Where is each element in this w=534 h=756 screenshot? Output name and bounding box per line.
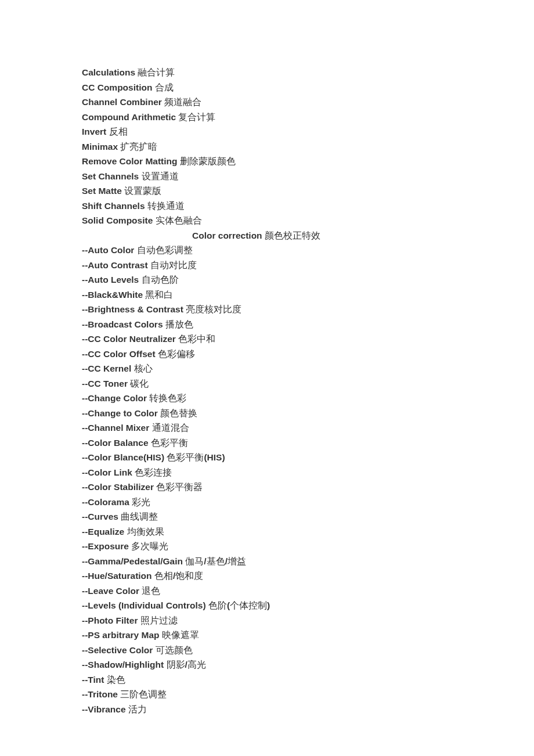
effect-name-en: Minimax	[82, 142, 118, 152]
effect-item: --CC Color Offset 色彩偏移	[82, 347, 465, 362]
separator: )	[267, 600, 270, 610]
effect-name-en: --CC Kernel	[82, 363, 131, 373]
effect-name-zh: 彩光	[132, 497, 150, 507]
effect-name-zh: 合成	[155, 82, 174, 92]
effect-item: --Selective Color 可选颜色	[82, 643, 465, 658]
effect-item: --Broadcast Colors 播放色	[82, 317, 465, 332]
effect-item: --Auto Color 自动色彩调整	[82, 243, 465, 258]
effect-name-en: --PS arbitrary Map	[82, 630, 160, 640]
effect-name-zh: 多次曝光	[131, 541, 168, 551]
section-header-en: Color correction	[192, 231, 262, 240]
effect-item: --Photo Filter 照片过滤	[82, 613, 465, 628]
effect-name-zh-part: 高光	[187, 660, 206, 669]
effect-name-en: Solid Composite	[82, 215, 153, 225]
effect-name-en: --Tint	[82, 675, 104, 685]
effect-name-zh: 亮度核对比度	[186, 304, 241, 314]
effect-name-zh: 色彩平衡	[167, 452, 204, 462]
effect-name-zh: 复合计算	[178, 112, 215, 122]
effect-name-en: Channel Combiner	[82, 97, 162, 107]
effect-name-zh: 映像遮罩	[162, 630, 199, 640]
effect-name-en: --Levels (Individual Controls)	[82, 600, 206, 610]
effect-name-zh: 活力	[128, 704, 147, 714]
effect-item: --Colorama 彩光	[82, 495, 465, 510]
effect-item: --Exposure 多次曝光	[82, 539, 465, 554]
effect-item: --CC Toner 碳化	[82, 376, 465, 391]
effect-name-zh-part: 增益	[228, 556, 246, 566]
effect-name-zh: 融合计算	[138, 67, 175, 77]
section-header-color-correction: Color correction 颜色校正特效	[82, 228, 465, 243]
effect-name-en: Invert	[82, 127, 106, 136]
effect-item: --Color Link 色彩连接	[82, 465, 465, 480]
effect-item: --Color Blance(HIS) 色彩平衡(HIS)	[82, 450, 465, 465]
effect-name-en: --Black&White	[82, 290, 143, 300]
effect-name-zh: 色彩偏移	[158, 349, 195, 359]
effect-name-en: --Leave Color	[82, 586, 139, 596]
effect-name-en: --Auto Contrast	[82, 260, 148, 270]
effect-item: --Tint 染色	[82, 672, 465, 687]
effect-name-en: --Equalize	[82, 527, 124, 537]
effect-name-en: --Auto Color	[82, 245, 134, 255]
effect-item: --Hue/Saturation 色相/饱和度	[82, 568, 465, 584]
effect-name-zh: 转换通道	[147, 201, 185, 211]
effect-name-en: --Channel Mixer	[82, 423, 149, 433]
effect-name-zh: 自动色彩调整	[137, 245, 193, 255]
effect-item: CC Composition 合成	[82, 80, 465, 95]
effect-name-zh: 通道混合	[152, 423, 189, 433]
effect-name-zh: 设置蒙版	[124, 186, 161, 196]
effect-name-en: Set Matte	[82, 186, 122, 196]
effect-item: --Color Balance 色彩平衡	[82, 435, 465, 451]
effect-name-zh: 可选颜色	[156, 645, 193, 655]
effect-name-en: --Change Color	[82, 393, 147, 403]
effect-item: --Equalize 均衡效果	[82, 524, 465, 539]
effect-item: Compound Arithmetic 复合计算	[82, 110, 465, 125]
effect-name-zh: 核心	[134, 363, 153, 373]
effect-name-en: CC Composition	[82, 82, 152, 92]
effect-name-en: Calculations	[82, 67, 135, 77]
effect-item: --Channel Mixer 通道混合	[82, 420, 465, 435]
effect-item: Invert 反相	[82, 124, 465, 139]
effect-item: Channel Combiner 频道融合	[82, 95, 465, 110]
effect-name-en: --CC Toner	[82, 379, 128, 388]
effect-name-zh: 黑和白	[145, 290, 173, 300]
effect-name-zh: 退色	[142, 586, 160, 596]
effect-item: --Vibrance 活力	[82, 702, 465, 717]
effect-name-zh-part: 阴影	[167, 660, 185, 669]
effect-name-zh: 三阶色调整	[120, 689, 167, 699]
effect-name-zh: 设置通道	[142, 171, 179, 181]
effect-name-en: --Brightness & Contrast	[82, 304, 183, 314]
effect-item: Remove Color Matting 删除蒙版颜色	[82, 154, 465, 169]
effect-item: --Leave Color 退色	[82, 584, 465, 599]
effect-name-en: --Vibrance	[82, 704, 126, 714]
effect-name-zh: 颜色替换	[160, 408, 197, 418]
effect-item: --Auto Contrast 自动对比度	[82, 258, 465, 273]
effect-item: Solid Composite 实体色融合	[82, 213, 465, 228]
document-page: Calculations 融合计算CC Composition 合成Channe…	[0, 0, 465, 717]
effect-item: --Auto Levels 自动色阶	[82, 272, 465, 287]
effect-item: Shift Channels 转换通道	[82, 199, 465, 214]
effect-name-en: --Auto Levels	[82, 275, 139, 285]
effect-name-zh: 色彩中和	[178, 334, 215, 344]
effect-item: --Change Color 转换色彩	[82, 391, 465, 406]
effect-name-zh: 反相	[109, 127, 128, 136]
effect-name-zh: 色彩平衡器	[156, 482, 203, 492]
effect-list-group-2: --Auto Color 自动色彩调整--Auto Contrast 自动对比度…	[82, 243, 465, 717]
effect-item: --CC Color Neutralizer 色彩中和	[82, 332, 465, 347]
effect-name-zh: 频道融合	[164, 97, 201, 107]
effect-name-zh-part: 饱和度	[175, 571, 203, 581]
effect-name-zh: 播放色	[165, 319, 193, 329]
effect-name-en: --Color Blance(HIS)	[82, 452, 164, 462]
effect-item: Minimax 扩亮扩暗	[82, 139, 465, 154]
effect-name-en: --Broadcast Colors	[82, 319, 163, 329]
effect-name-en: --Color Balance	[82, 438, 149, 448]
effect-name-zh: 实体色融合	[156, 215, 202, 225]
effect-item: --Color Stabilizer 色彩平衡器	[82, 480, 465, 495]
effect-name-en: Shift Channels	[82, 201, 145, 211]
effect-name-en: --Hue/Saturation	[82, 571, 152, 581]
effect-name-zh-suffix: (HIS)	[204, 452, 225, 462]
effect-name-en: --Change to Color	[82, 408, 158, 418]
effect-item: --CC Kernel 核心	[82, 361, 465, 376]
effect-item: Calculations 融合计算	[82, 65, 465, 80]
effect-name-en: --Exposure	[82, 541, 129, 551]
effect-item: Set Channels 设置通道	[82, 169, 465, 184]
effect-name-zh: 自动对比度	[150, 260, 197, 270]
